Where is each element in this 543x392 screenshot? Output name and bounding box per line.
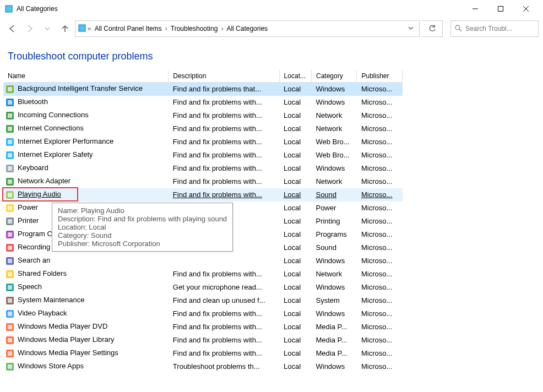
- table-row[interactable]: SpeechGet your microphone read...LocalWi…: [3, 281, 403, 294]
- row-location: Local: [279, 307, 311, 320]
- table-row[interactable]: Network AdapterFind and fix problems wit…: [3, 175, 403, 188]
- row-category: Network: [311, 122, 357, 135]
- breadcrumb-item[interactable]: Troubleshooting: [169, 25, 220, 32]
- row-category: Web Bro...: [311, 149, 357, 162]
- tooltip-line: Publisher: Microsoft Corporation: [58, 239, 227, 248]
- titlebar: All Categories: [0, 0, 543, 18]
- address-bar[interactable]: « All Control Panel Items › Troubleshoot…: [75, 20, 420, 37]
- svg-rect-9: [8, 87, 12, 91]
- table-row[interactable]: Video PlaybackFind and fix problems with…: [3, 307, 403, 320]
- row-name: Internet Explorer Safety: [18, 150, 93, 159]
- col-description[interactable]: Description: [169, 70, 279, 83]
- row-location: Local: [279, 122, 311, 135]
- row-name: Windows Media Player Settings: [18, 349, 118, 357]
- store-icon: [6, 362, 14, 371]
- row-publisher: Microso...: [357, 202, 403, 215]
- row-name: Playing Audio: [18, 190, 61, 198]
- app-icon: [4, 4, 13, 13]
- row-location: Local: [279, 320, 311, 334]
- back-button[interactable]: [4, 21, 20, 36]
- table-row[interactable]: Windows Media Player LibraryFind and fix…: [3, 334, 403, 347]
- row-location: Local: [279, 175, 311, 188]
- row-location: Local: [279, 254, 311, 268]
- chevron-right-icon: ›: [220, 25, 224, 32]
- svg-rect-31: [8, 232, 12, 237]
- search-box[interactable]: [450, 20, 539, 37]
- row-publisher: Microso...: [357, 135, 403, 149]
- table-row[interactable]: Windows Media Player DVDFind and fix pro…: [3, 320, 403, 334]
- svg-point-6: [455, 25, 460, 30]
- recent-dropdown[interactable]: [40, 21, 55, 36]
- table-row[interactable]: Internet Explorer SafetyFind and fix pro…: [3, 149, 403, 162]
- row-publisher: Microso...: [357, 109, 403, 122]
- row-name: Keyboard: [18, 164, 48, 172]
- row-name: Incoming Connections: [18, 111, 89, 119]
- ie-icon: [6, 138, 14, 146]
- svg-rect-13: [8, 113, 12, 118]
- row-category: Sound: [311, 241, 357, 254]
- tooltip-line: Name: Playing Audio: [58, 206, 227, 215]
- row-publisher: Microso...: [357, 294, 403, 307]
- minimize-button[interactable]: [463, 1, 488, 17]
- wmp-icon: [6, 323, 14, 331]
- table-row[interactable]: Internet ConnectionsFind and fix problem…: [3, 122, 403, 135]
- row-location: Local: [279, 294, 311, 307]
- close-button[interactable]: [513, 1, 539, 17]
- row-name: Bluetooth: [18, 97, 48, 106]
- row-location: Local: [279, 281, 311, 294]
- wmp-icon: [6, 349, 14, 358]
- row-location: Local: [279, 215, 311, 228]
- svg-rect-39: [8, 285, 12, 290]
- breadcrumb-item[interactable]: All Control Panel Items: [93, 25, 164, 32]
- ie-icon: [6, 151, 14, 160]
- row-location: Local: [279, 241, 311, 254]
- forward-button[interactable]: [22, 21, 37, 36]
- row-description: Find and fix problems with...: [169, 96, 279, 109]
- table-row[interactable]: Internet Explorer PerformanceFind and fi…: [3, 135, 403, 149]
- breadcrumb-icon: [78, 24, 86, 34]
- row-category: Printing: [311, 215, 357, 228]
- table-row[interactable]: Background Intelligent Transfer ServiceF…: [3, 83, 403, 96]
- up-button[interactable]: [57, 21, 73, 36]
- row-category: Network: [311, 268, 357, 281]
- col-name[interactable]: Name: [3, 70, 169, 83]
- table-row[interactable]: Playing AudioFind and fix problems with.…: [3, 188, 403, 202]
- table-row[interactable]: Windows Media Player SettingsFind and fi…: [3, 347, 403, 360]
- table-row[interactable]: System MaintenanceFind and clean up unus…: [3, 294, 403, 307]
- table-row[interactable]: KeyboardFind and fix problems with...Loc…: [3, 162, 403, 175]
- svg-rect-2: [498, 7, 503, 12]
- table-row[interactable]: Search anLocalWindowsMicroso...: [3, 254, 403, 268]
- table-row[interactable]: Shared FoldersFind and fix problems with…: [3, 268, 403, 281]
- power-icon: [6, 204, 14, 213]
- breadcrumb-prefix: «: [86, 25, 93, 32]
- row-description: Find and fix problems with...: [169, 347, 279, 360]
- row-description: Get your microphone read...: [169, 281, 279, 294]
- col-publisher[interactable]: Publisher: [357, 70, 403, 83]
- row-name: Network Adapter: [18, 177, 70, 185]
- row-publisher: Microso...: [357, 122, 403, 135]
- address-dropdown[interactable]: [405, 25, 417, 32]
- search-icon-row: [6, 257, 14, 265]
- tooltip-line: Category: Sound: [58, 231, 227, 239]
- maximize-button[interactable]: [488, 1, 513, 17]
- toolbar: « All Control Panel Items › Troubleshoot…: [0, 18, 543, 40]
- col-location[interactable]: Locat...: [279, 70, 311, 83]
- breadcrumb-item[interactable]: All Categories: [224, 25, 270, 32]
- row-publisher: Microso...: [357, 241, 403, 254]
- svg-rect-33: [8, 246, 12, 250]
- table-row[interactable]: Windows Store AppsTroubleshoot problems …: [3, 360, 403, 373]
- col-category[interactable]: Category: [311, 70, 357, 83]
- table-row[interactable]: Incoming ConnectionsFind and fix problem…: [3, 109, 403, 122]
- svg-rect-51: [8, 364, 12, 369]
- tooltip: Name: Playing AudioDescription: Find and…: [52, 203, 233, 252]
- row-publisher: Microso...: [357, 334, 403, 347]
- row-description: Find and fix problems with...: [169, 162, 279, 175]
- table-row[interactable]: BluetoothFind and fix problems with...Lo…: [3, 96, 403, 109]
- row-publisher: Microso...: [357, 162, 403, 175]
- refresh-button[interactable]: [422, 20, 443, 37]
- row-category: Web Bro...: [311, 135, 357, 149]
- row-category: Media P...: [311, 334, 357, 347]
- row-publisher: Microso...: [357, 268, 403, 281]
- row-category: Power: [311, 202, 357, 215]
- search-input[interactable]: [465, 25, 535, 32]
